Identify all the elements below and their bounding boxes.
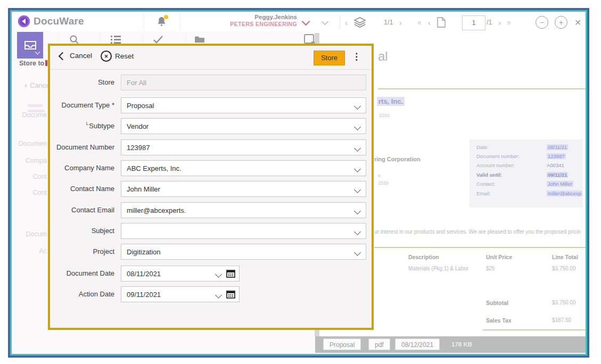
reset-circle-x-icon: ✕ <box>101 51 112 62</box>
last-page-button[interactable]: » <box>507 12 511 33</box>
plus-circle-icon: + <box>555 16 567 29</box>
zoom-in-button[interactable]: + <box>555 12 567 33</box>
calendar-icon[interactable] <box>226 269 235 280</box>
prev-page-button[interactable]: ‹ <box>428 12 431 33</box>
form-row-project: Project <box>50 244 372 260</box>
field-label: Contact Email <box>50 202 114 218</box>
table-cell: $3,750.00 <box>552 266 576 271</box>
reset-button[interactable]: ✕ Reset <box>101 51 134 62</box>
form-row-document-date: Document Date <box>50 266 372 282</box>
file-type-chip[interactable]: pdf <box>368 338 390 350</box>
page-icon <box>437 16 446 28</box>
company-name-field[interactable] <box>121 160 366 176</box>
subtype-field[interactable] <box>121 118 366 134</box>
docuware-logo-icon <box>18 15 30 27</box>
file-size: 178 KB <box>451 341 472 348</box>
form-row-contact-email: Contact Email <box>50 202 372 218</box>
doc-date-chip[interactable]: 08/12/2021 <box>395 338 440 350</box>
doc-details-box: Date:08/11/21 Document number:123987 Acc… <box>470 139 583 208</box>
table-cell: $25 <box>486 266 495 271</box>
viewer-collapse-button[interactable] <box>323 12 327 33</box>
form-row-action-date: Action Date <box>50 286 372 302</box>
salestax-value: $187.50 <box>552 317 571 323</box>
action-date-input[interactable] <box>121 287 213 302</box>
doc-address-fragment: 2550 <box>378 180 389 186</box>
table-header: Description <box>408 254 439 260</box>
background-field-label: Documen <box>15 140 47 147</box>
contact-name-field[interactable] <box>121 181 366 197</box>
document-type-input[interactable] <box>121 98 356 113</box>
subtotal-value: $3,750.00 <box>552 300 576 305</box>
prev-section-button[interactable]: ‹ <box>345 12 348 33</box>
chevron-down-icon[interactable] <box>215 292 222 299</box>
doc-company-number-fragment: 3260 <box>379 113 390 118</box>
calendar-icon[interactable] <box>226 290 235 301</box>
section-counter: 1/1 <box>384 12 393 33</box>
table-cell: Materials (Pkg 1) & Labor <box>408 266 468 271</box>
action-date-field[interactable] <box>121 286 240 302</box>
list-icon <box>111 35 121 44</box>
clipped-text-fragment <box>45 60 47 66</box>
background-field-label: Docum <box>15 230 47 238</box>
subtype-input[interactable] <box>121 119 356 134</box>
notifications-button[interactable] <box>144 12 180 31</box>
next-page-button[interactable]: › <box>498 12 501 33</box>
document-number-field[interactable] <box>121 139 366 155</box>
page-total: /1 <box>487 12 492 33</box>
tray-chevron-icon <box>35 49 40 55</box>
user-menu-chevron-icon[interactable] <box>302 18 310 26</box>
document-number-input[interactable] <box>121 140 356 155</box>
cancel-button[interactable]: Cancel <box>60 52 92 60</box>
contact-name-input[interactable] <box>121 181 356 196</box>
chevron-left-icon <box>59 52 67 60</box>
document-type-field[interactable] <box>121 97 366 113</box>
more-options-button[interactable]: ⋮ <box>352 51 361 62</box>
background-field-label: Ac <box>15 247 47 255</box>
doc-detail-row: Document number:123987 <box>470 153 583 161</box>
folders-tab[interactable] <box>194 34 205 45</box>
form-row-subtype: └Subtype <box>50 118 372 134</box>
minus-circle-icon: − <box>536 16 548 29</box>
close-viewer-button[interactable]: ✕ <box>574 12 581 33</box>
document-trays-tab[interactable] <box>17 32 43 59</box>
close-icon: ✕ <box>574 18 581 28</box>
app-name: DocuWare <box>34 15 84 27</box>
chevron-down-icon[interactable] <box>215 271 222 278</box>
document-date-field[interactable] <box>121 266 240 282</box>
doc-detail-row: Date:08/11/21 <box>470 144 583 152</box>
search-tab[interactable] <box>68 34 80 45</box>
doc-detail-row: Account number:A00341 <box>470 162 583 170</box>
main-header: DocuWare Peggy.Jenkins PETERS ENGINEERIN… <box>12 12 315 32</box>
zoom-out-button[interactable]: − <box>536 12 548 33</box>
project-field[interactable] <box>121 244 366 260</box>
first-page-button[interactable]: « <box>417 12 421 33</box>
app-window-inner: DocuWare Peggy.Jenkins PETERS ENGINEERIN… <box>10 10 587 355</box>
contact-email-input[interactable] <box>121 203 356 218</box>
sections-button[interactable] <box>353 12 366 33</box>
project-input[interactable] <box>121 244 356 259</box>
document-date-input[interactable] <box>121 266 213 281</box>
tasks-tab[interactable] <box>152 34 164 45</box>
subject-input[interactable] <box>121 224 356 238</box>
doc-detail-row: Email:miller@abcexp <box>470 191 583 198</box>
background-field-label: Cont <box>15 189 47 196</box>
doc-corp-fragment: ring Corporation <box>374 156 421 162</box>
field-label: Document Number <box>50 139 114 155</box>
table-header: Unit Price <box>486 254 512 260</box>
subject-field[interactable] <box>121 223 366 239</box>
doc-company-fragment: rts, Inc. <box>377 97 405 106</box>
form-row-document-number: Document Number <box>50 139 372 155</box>
store-target-field <box>121 75 366 90</box>
page-number-input[interactable] <box>462 15 485 30</box>
docuware-logo: DocuWare <box>18 15 84 27</box>
viewer-window-button[interactable] <box>304 34 314 44</box>
lists-tab[interactable] <box>110 34 121 45</box>
store-button[interactable]: Store <box>314 51 345 65</box>
contact-email-field[interactable] <box>121 202 366 218</box>
next-section-button[interactable]: › <box>399 12 402 33</box>
table-header: Line Total <box>552 254 578 260</box>
doc-type-chip[interactable]: Proposal <box>323 338 361 350</box>
company-name-input[interactable] <box>121 161 356 176</box>
field-label: └Subtype <box>50 118 114 134</box>
user-menu[interactable]: Peggy.Jenkins PETERS ENGINEERING <box>230 13 297 28</box>
